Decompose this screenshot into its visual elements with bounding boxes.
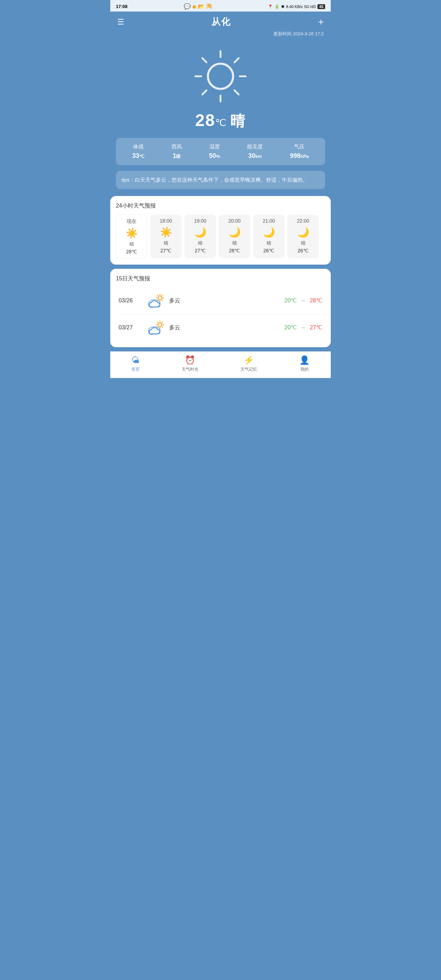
daily-desc: 多云	[169, 324, 180, 331]
header: ☰ 从化 +	[110, 11, 331, 31]
hourly-temp: 27℃	[187, 248, 213, 253]
daily-title: 15日天气预报	[116, 275, 325, 282]
svg-line-7	[202, 90, 207, 94]
moon-icon: 🌙	[229, 227, 241, 238]
temp-high: 27℃	[310, 325, 322, 330]
daily-forecast-card: 15日天气预报 03/26 多云	[110, 269, 331, 347]
sun-container	[110, 41, 331, 108]
nav-label: 天气记忆	[240, 366, 257, 372]
nav-label: 我的	[300, 366, 309, 372]
hourly-temp: 27℃	[153, 248, 179, 253]
hourly-item: 21:00 🌙 晴 26℃	[253, 215, 285, 258]
nav-item-天气记忆[interactable]: ⚡ 天气记忆	[240, 355, 257, 372]
city-title: 从化	[212, 16, 231, 28]
hourly-item: 20:00 🌙 晴 28℃	[219, 215, 250, 258]
moon-icon: 🌙	[194, 227, 207, 238]
bottom-nav: 🌤 首页 ⏰ 天气时光 ⚡ 天气记忆 👤 我的	[110, 352, 331, 378]
hourly-forecast-card: 24小时天气预报 现在 ☀️ 晴 28℃ 18:00 ☀️ 晴 27℃ 19:0…	[110, 196, 331, 265]
sun-icon-small: ☀️	[126, 228, 138, 239]
daily-temps: 20℃ ～ 28℃	[285, 297, 323, 304]
svg-line-29	[162, 322, 163, 323]
hourly-temp: 26℃	[256, 248, 282, 253]
temp-high: 28℃	[310, 298, 322, 304]
daily-temps: 20℃ ～ 27℃	[285, 324, 323, 331]
sun-icon	[193, 48, 248, 104]
nav-icon: 🌤	[131, 355, 140, 365]
network-type: 5G HD	[304, 5, 316, 9]
svg-line-4	[202, 58, 207, 62]
add-icon[interactable]: +	[318, 16, 324, 28]
hourly-temp: 26℃	[290, 248, 316, 253]
cloud-sun-icon	[146, 293, 166, 309]
hourly-time: 20:00	[221, 218, 247, 224]
stat-humidity: 湿度 50%	[209, 143, 220, 160]
hourly-item: 现在 ☀️ 晴 28℃	[116, 215, 147, 258]
nav-icon: ⏰	[185, 355, 195, 365]
battery-level: 45	[317, 4, 325, 9]
svg-point-17	[158, 296, 162, 300]
nav-icon: 👤	[299, 355, 310, 365]
daily-date: 03/26	[119, 298, 146, 304]
nav-label: 天气时光	[181, 366, 199, 372]
svg-line-13	[157, 295, 159, 296]
nav-label: 首页	[131, 366, 140, 372]
stat-wind: 西风 1级	[172, 143, 182, 160]
weather-stats: 体感 33℃ 西风 1级 湿度 50% 能见度 30km 气压 998hPa	[116, 138, 325, 165]
status-bar: 17:08 💬 ◆ 📂 淘 📍 🔋 ✱ 8.40 KB/s 5G HD 45	[110, 0, 331, 11]
update-time: 更新时间 2024-3-26 17:2	[110, 31, 331, 41]
svg-point-8	[208, 64, 233, 89]
svg-line-16	[162, 300, 163, 301]
hourly-desc: 晴	[187, 240, 213, 247]
nav-item-天气时光[interactable]: ⏰ 天气时光	[181, 355, 199, 372]
hourly-temp: 28℃	[119, 249, 144, 255]
svg-line-6	[234, 58, 239, 62]
svg-line-28	[157, 322, 159, 323]
moon-icon: 🌙	[263, 227, 275, 238]
daily-icon-wrap: 多云	[146, 293, 285, 309]
hourly-item: 18:00 ☀️ 晴 27℃	[150, 215, 181, 258]
hourly-time: 19:00	[187, 218, 213, 224]
app-icons: 💬 ◆ 📂 淘	[184, 3, 212, 10]
stat-pressure: 气压 998hPa	[290, 143, 309, 160]
stat-feels-like: 体感 33℃	[132, 143, 145, 160]
tips-box: tips：白天天气多云，您在这种天气条件下，会感觉早晚凉爽、舒适，午后偏热。	[116, 171, 325, 189]
svg-line-5	[234, 90, 239, 94]
hourly-temp: 28℃	[221, 248, 247, 253]
hourly-time: 22:00	[290, 218, 316, 224]
daily-row: 03/26 多云 20℃	[116, 287, 325, 314]
svg-line-31	[162, 326, 163, 328]
stat-visibility: 能见度 30km	[247, 143, 263, 160]
hourly-row: 现在 ☀️ 晴 28℃ 18:00 ☀️ 晴 27℃ 19:00 🌙 晴 27℃…	[116, 215, 325, 258]
temp-low: 20℃	[285, 298, 297, 304]
hourly-desc: 晴	[153, 240, 179, 247]
svg-point-32	[158, 323, 162, 327]
nav-item-我的[interactable]: 👤 我的	[299, 355, 310, 372]
nav-icon: ⚡	[244, 355, 254, 365]
temperature-value: 28	[195, 111, 215, 129]
nav-item-首页[interactable]: 🌤 首页	[131, 355, 140, 372]
temp-low: 20℃	[285, 325, 297, 330]
hourly-time: 18:00	[153, 218, 179, 224]
network-speed: 8.40 KB/s	[286, 5, 303, 9]
moon-icon: 🌙	[297, 227, 309, 238]
hourly-item: 19:00 🌙 晴 27℃	[185, 215, 216, 258]
hourly-desc: 晴	[221, 240, 247, 247]
hourly-desc: 晴	[119, 241, 144, 247]
hourly-title: 24小时天气预报	[116, 202, 325, 210]
temp-unit: ℃	[215, 117, 227, 128]
hourly-desc: 晴	[290, 240, 316, 247]
hourly-desc: 晴	[256, 240, 282, 247]
sun-icon-small: ☀️	[160, 227, 172, 238]
status-time: 17:08	[116, 4, 127, 9]
hourly-time: 21:00	[256, 218, 282, 224]
status-icons: 📍 🔋 ✱ 8.40 KB/s 5G HD 45	[268, 4, 325, 9]
hourly-item: 22:00 🌙 晴 26℃	[287, 215, 319, 258]
daily-row: 03/27 多云 20℃	[116, 314, 325, 341]
daily-desc: 多云	[169, 297, 180, 304]
menu-icon[interactable]: ☰	[117, 18, 124, 27]
daily-date: 03/27	[119, 325, 146, 331]
hourly-time: 现在	[119, 218, 144, 225]
cloud-sun-icon	[146, 320, 166, 335]
daily-icon-wrap: 多云	[146, 320, 285, 335]
weather-description: 晴	[230, 113, 246, 129]
